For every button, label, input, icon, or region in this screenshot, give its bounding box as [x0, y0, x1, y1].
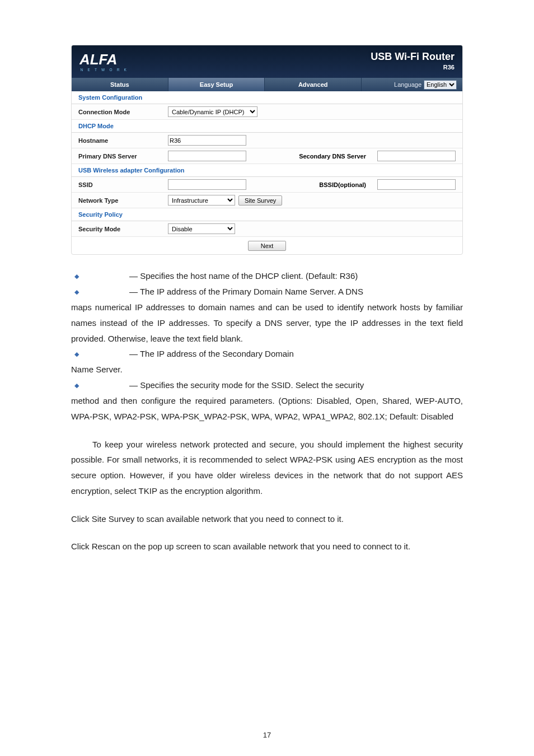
hostname-label: Hostname: [78, 137, 168, 144]
tab-status[interactable]: Status: [72, 78, 168, 91]
diamond-bullet-icon: ◆: [74, 284, 79, 300]
diamond-bullet-icon: ◆: [74, 377, 79, 393]
dns-row: Primary DNS Server Secondary DNS Server: [72, 148, 462, 164]
svg-text:ALFA: ALFA: [79, 52, 117, 67]
bullet-secondary-dns: ◆ — The IP address of the Secondary Doma…: [71, 346, 463, 362]
system-configuration-header: System Configuration: [72, 91, 462, 104]
ssid-label: SSID: [78, 181, 168, 188]
site-survey-button[interactable]: Site Survey: [238, 195, 282, 206]
bullet-secondary-dns-line1: — The IP address of the Secondary Domain: [129, 346, 294, 362]
bullet-hostname: ◆ — Specifies the host name of the DHCP …: [71, 268, 463, 284]
language-select[interactable]: English: [424, 80, 457, 90]
bullet-hostname-text: — Specifies the host name of the DHCP cl…: [129, 268, 358, 284]
bullet-security-mode: ◆ — Specifies the security mode for the …: [71, 377, 463, 393]
dhcp-mode-header: DHCP Mode: [72, 120, 462, 133]
panel-header-right: USB Wi-Fi Router R36: [371, 51, 455, 71]
bullet-primary-dns: ◆ — The IP address of the Primary Domain…: [71, 284, 463, 300]
network-type-label: Network Type: [78, 197, 168, 204]
document-body: ◆ — Specifies the host name of the DHCP …: [71, 268, 463, 554]
hostname-row: Hostname: [72, 133, 462, 148]
diamond-bullet-icon: ◆: [74, 346, 79, 362]
page-number: 17: [0, 731, 534, 739]
network-type-row: Network Type Infrastructure Site Survey: [72, 193, 462, 208]
bullet-security-mode-rest: method and then configure the required p…: [71, 393, 463, 424]
language-selector-wrap: Language English: [362, 78, 462, 91]
next-button-row: Next: [72, 237, 462, 254]
connection-mode-label: Connection Mode: [78, 109, 168, 115]
panel-header: ALFA N E T W O R K USB Wi-Fi Router R36: [72, 45, 462, 78]
language-label: Language: [394, 81, 421, 88]
secondary-dns-input[interactable]: [377, 151, 456, 161]
security-mode-select[interactable]: Disable: [168, 223, 235, 234]
paragraph-site-survey: Click Site Survey to scan available netw…: [71, 511, 463, 527]
usb-wireless-header: USB Wireless adapter Configuration: [72, 164, 462, 177]
bssid-label: BSSID(optional): [319, 181, 366, 188]
hostname-input[interactable]: [168, 135, 246, 146]
svg-text:N E T W O R K: N E T W O R K: [81, 68, 129, 72]
security-mode-row: Security Mode Disable: [72, 221, 462, 237]
paragraph-rescan: Click Rescan on the pop up screen to sca…: [71, 539, 463, 554]
alfa-logo-svg: ALFA N E T W O R K: [79, 51, 156, 74]
config-body: System Configuration Connection Mode Cab…: [72, 91, 462, 254]
paragraph-security-advice: To keep your wireless network protected …: [71, 437, 463, 499]
bullet-security-mode-line1: — Specifies the security mode for the SS…: [129, 377, 364, 393]
bssid-input[interactable]: [377, 179, 456, 190]
connection-mode-row: Connection Mode Cable/Dynamic IP (DHCP): [72, 104, 462, 120]
connection-mode-select[interactable]: Cable/Dynamic IP (DHCP): [168, 106, 257, 117]
secondary-dns-label: Secondary DNS Server: [299, 153, 366, 160]
security-mode-label: Security Mode: [78, 226, 168, 232]
security-policy-header: Security Policy: [72, 208, 462, 221]
tab-easy-setup[interactable]: Easy Setup: [168, 78, 265, 91]
tab-bar: Status Easy Setup Advanced Language Engl…: [72, 78, 462, 91]
network-type-select[interactable]: Infrastructure: [168, 195, 235, 206]
next-button[interactable]: Next: [248, 241, 287, 251]
model-label: R36: [371, 64, 455, 71]
primary-dns-label: Primary DNS Server: [78, 153, 168, 160]
diamond-bullet-icon: ◆: [74, 268, 79, 284]
primary-dns-input[interactable]: [168, 151, 246, 161]
tab-advanced[interactable]: Advanced: [265, 78, 362, 91]
ssid-row: SSID BSSID(optional): [72, 177, 462, 193]
bullet-primary-dns-line1: — The IP address of the Primary Domain N…: [129, 284, 363, 300]
ssid-input[interactable]: [168, 179, 246, 190]
usb-title: USB Wi-Fi Router: [371, 51, 455, 63]
bullet-primary-dns-rest: maps numerical IP addresses to domain na…: [71, 300, 463, 346]
router-config-panel: ALFA N E T W O R K USB Wi-Fi Router R36 …: [71, 45, 463, 255]
bullet-secondary-dns-rest: Name Server.: [71, 362, 463, 377]
alfa-logo: ALFA N E T W O R K: [79, 51, 371, 77]
